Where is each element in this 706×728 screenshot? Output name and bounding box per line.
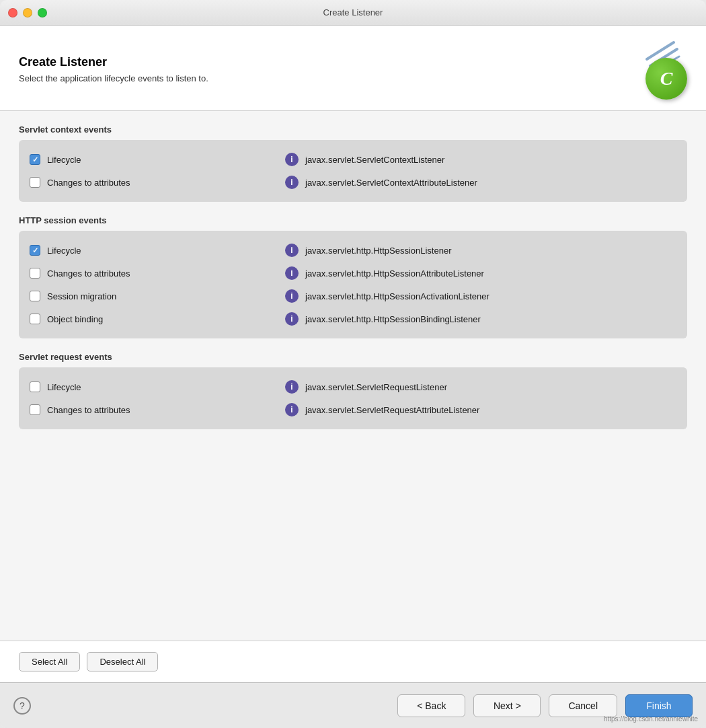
hs-attributes-label: Changes to attributes xyxy=(47,268,130,279)
event-left: Changes to attributes xyxy=(30,268,285,279)
window-controls xyxy=(8,8,47,17)
sr-lifecycle-checkbox[interactable] xyxy=(30,381,40,392)
cancel-button[interactable]: Cancel xyxy=(549,694,617,717)
select-buttons-group: Select All Deselect All xyxy=(19,652,687,671)
finish-button[interactable]: Finish xyxy=(625,694,693,717)
servlet-request-section: Servlet request events Lifecycle i javax… xyxy=(19,352,687,429)
servlet-context-title: Servlet context events xyxy=(19,124,687,135)
next-button[interactable]: Next > xyxy=(473,694,541,717)
http-session-box: Lifecycle i javax.servlet.http.HttpSessi… xyxy=(19,231,687,338)
info-icon: i xyxy=(285,176,299,189)
sr-lifecycle-class: javax.servlet.ServletRequestListener xyxy=(305,382,447,392)
event-left: Lifecycle xyxy=(30,245,285,256)
body-area: Servlet context events Lifecycle i javax… xyxy=(0,111,706,641)
info-icon: i xyxy=(285,312,299,326)
servlet-request-box: Lifecycle i javax.servlet.ServletRequest… xyxy=(19,367,687,429)
http-session-section: HTTP session events Lifecycle i javax.se… xyxy=(19,215,687,338)
event-right: i javax.servlet.ServletContextAttributeL… xyxy=(285,176,676,189)
help-button[interactable]: ? xyxy=(13,697,31,715)
minimize-button[interactable] xyxy=(23,8,32,17)
table-row: Object binding i javax.servlet.http.Http… xyxy=(30,307,676,330)
hs-lifecycle-class: javax.servlet.http.HttpSessionListener xyxy=(305,246,452,256)
main-content: Create Listener Select the application l… xyxy=(0,26,706,682)
bottom-controls: Select All Deselect All xyxy=(0,641,706,682)
event-right: i javax.servlet.http.HttpSessionBindingL… xyxy=(285,312,676,326)
table-row: Changes to attributes i javax.servlet.Se… xyxy=(30,171,676,194)
table-row: Changes to attributes i javax.servlet.ht… xyxy=(30,262,676,285)
hs-migration-label: Session migration xyxy=(47,291,116,301)
hs-attributes-checkbox[interactable] xyxy=(30,268,40,279)
footer-url: https://blog.csdn.net/anniewhite xyxy=(604,715,698,723)
table-row: Lifecycle i javax.servlet.http.HttpSessi… xyxy=(30,239,676,262)
event-right: i javax.servlet.http.HttpSessionAttribut… xyxy=(285,266,676,280)
event-left: Changes to attributes xyxy=(30,404,285,415)
page-title: Create Listener xyxy=(19,55,208,69)
hs-migration-checkbox[interactable] xyxy=(30,291,40,301)
sr-lifecycle-label: Lifecycle xyxy=(47,382,81,392)
page-subtitle: Select the application lifecycle events … xyxy=(19,73,208,83)
sc-attributes-checkbox[interactable] xyxy=(30,177,40,188)
info-icon: i xyxy=(285,289,299,303)
select-all-button[interactable]: Select All xyxy=(19,652,80,671)
deselect-all-button[interactable]: Deselect All xyxy=(87,652,158,671)
back-button[interactable]: < Back xyxy=(397,694,465,717)
sc-attributes-label: Changes to attributes xyxy=(47,178,130,188)
hs-lifecycle-checkbox[interactable] xyxy=(30,245,40,256)
title-bar: Create Listener xyxy=(0,0,706,26)
sc-lifecycle-class: javax.servlet.ServletContextListener xyxy=(305,155,444,165)
logo-circle: C xyxy=(645,58,687,100)
hs-binding-class: javax.servlet.http.HttpSessionBindingLis… xyxy=(305,314,481,324)
header-area: Create Listener Select the application l… xyxy=(0,26,706,111)
svg-line-0 xyxy=(647,42,674,59)
event-left: Object binding xyxy=(30,314,285,324)
window-title: Create Listener xyxy=(323,7,383,17)
info-icon: i xyxy=(285,244,299,257)
header-logo: C xyxy=(627,39,687,100)
hs-attributes-class: javax.servlet.http.HttpSessionAttributeL… xyxy=(305,268,484,279)
sr-attributes-label: Changes to attributes xyxy=(47,405,130,415)
header-text: Create Listener Select the application l… xyxy=(19,55,208,83)
sr-attributes-class: javax.servlet.ServletRequestAttributeLis… xyxy=(305,405,479,415)
table-row: Lifecycle i javax.servlet.ServletContext… xyxy=(30,148,676,171)
info-icon: i xyxy=(285,380,299,394)
event-right: i javax.servlet.ServletRequestAttributeL… xyxy=(285,403,676,416)
hs-binding-checkbox[interactable] xyxy=(30,314,40,324)
sc-lifecycle-checkbox[interactable] xyxy=(30,154,40,165)
hs-migration-class: javax.servlet.http.HttpSessionActivation… xyxy=(305,291,489,301)
table-row: Session migration i javax.servlet.http.H… xyxy=(30,285,676,307)
event-left: Lifecycle xyxy=(30,381,285,392)
table-row: Changes to attributes i javax.servlet.Se… xyxy=(30,398,676,421)
event-right: i javax.servlet.ServletRequestListener xyxy=(285,380,676,394)
info-icon: i xyxy=(285,266,299,280)
event-right: i javax.servlet.ServletContextListener xyxy=(285,153,676,166)
table-row: Lifecycle i javax.servlet.ServletRequest… xyxy=(30,375,676,398)
http-session-title: HTTP session events xyxy=(19,215,687,225)
event-left: Changes to attributes xyxy=(30,177,285,188)
servlet-context-section: Servlet context events Lifecycle i javax… xyxy=(19,124,687,202)
sr-attributes-checkbox[interactable] xyxy=(30,404,40,415)
sc-lifecycle-label: Lifecycle xyxy=(47,155,81,165)
event-right: i javax.servlet.http.HttpSessionListener xyxy=(285,244,676,257)
footer: ? < Back Next > Cancel Finish https://bl… xyxy=(0,682,706,728)
event-right: i javax.servlet.http.HttpSessionActivati… xyxy=(285,289,676,303)
info-icon: i xyxy=(285,403,299,416)
hs-binding-label: Object binding xyxy=(47,314,103,324)
maximize-button[interactable] xyxy=(38,8,47,17)
event-left: Lifecycle xyxy=(30,154,285,165)
servlet-context-box: Lifecycle i javax.servlet.ServletContext… xyxy=(19,140,687,202)
info-icon: i xyxy=(285,153,299,166)
hs-lifecycle-label: Lifecycle xyxy=(47,246,81,256)
close-button[interactable] xyxy=(8,8,17,17)
sc-attributes-class: javax.servlet.ServletContextAttributeLis… xyxy=(305,178,477,188)
event-left: Session migration xyxy=(30,291,285,301)
servlet-request-title: Servlet request events xyxy=(19,352,687,362)
